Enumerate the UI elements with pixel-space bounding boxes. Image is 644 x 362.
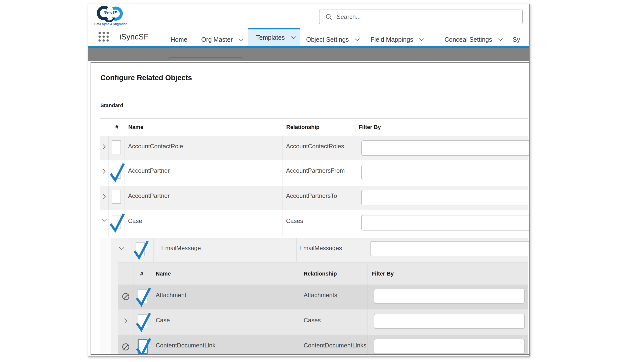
filter-by-input[interactable] bbox=[374, 289, 525, 304]
checkmark-icon bbox=[108, 212, 126, 233]
checkmark-icon bbox=[134, 311, 152, 332]
chevron-down-icon bbox=[354, 38, 360, 41]
chevron-down-icon bbox=[498, 38, 503, 41]
chevron-down-icon bbox=[291, 36, 296, 39]
relationship-name: AccountPartnersFrom bbox=[283, 161, 355, 185]
relationship-name: ContentDocumentLinks bbox=[301, 335, 368, 355]
collapse-chevron-down-icon[interactable] bbox=[100, 211, 109, 237]
app-window: iSyncSF Data Sync & Migration iSyncSF bbox=[88, 4, 530, 356]
relationship-name: AccountContactRoles bbox=[283, 136, 355, 160]
column-header-filter: Filter By bbox=[368, 263, 528, 285]
object-name: AccountContactRole bbox=[125, 136, 283, 160]
cloud-sync-logo-icon: iSyncSF bbox=[94, 6, 126, 22]
nav-item-org-master[interactable]: Org Master bbox=[201, 34, 244, 45]
column-header-relationship: Relationship bbox=[301, 263, 368, 285]
filter-by-input[interactable] bbox=[361, 165, 529, 180]
nested-table-row: Case Cases bbox=[118, 310, 528, 335]
configure-related-objects-modal: Configure Related Objects Standard # Nam… bbox=[91, 62, 529, 355]
column-header-name: Name bbox=[125, 119, 283, 136]
nested-table-row: ContentDocumentLink ContentDocumentLinks bbox=[118, 335, 528, 355]
global-search bbox=[319, 10, 523, 24]
object-name: Case bbox=[150, 310, 301, 335]
related-objects-table: # Name Relationship Filter By AccountCon… bbox=[100, 118, 528, 354]
relationship-name: AccountPartnersTo bbox=[283, 186, 355, 210]
column-header-num: # bbox=[134, 263, 150, 285]
modal-title: Configure Related Objects bbox=[100, 74, 192, 82]
nav-accent-underline bbox=[88, 46, 529, 48]
nav-item-object-settings[interactable]: Object Settings bbox=[306, 34, 360, 45]
table-left-column-strip bbox=[100, 238, 112, 354]
relationship-name: Cases bbox=[283, 211, 355, 237]
relationship-name: Cases bbox=[301, 310, 368, 335]
hidden-combobox-top bbox=[168, 57, 243, 62]
nav-item-sync-truncated[interactable]: Sy bbox=[513, 34, 520, 45]
table-row: AccountPartner AccountPartnersFrom bbox=[100, 161, 528, 185]
table-header-row: # Name Relationship Filter By bbox=[100, 118, 528, 136]
nested-table-header-row: # Name Relationship Filter By bbox=[118, 263, 528, 285]
row-checkbox[interactable] bbox=[112, 190, 121, 204]
table-row: AccountContactRole AccountContactRoles bbox=[100, 136, 528, 160]
nested-indent-strip bbox=[112, 262, 118, 354]
search-icon bbox=[326, 14, 332, 20]
object-name: AccountPartner bbox=[125, 186, 283, 210]
column-header-filter: Filter By bbox=[355, 119, 528, 136]
object-name: ContentDocumentLink bbox=[150, 335, 301, 355]
object-name: Case bbox=[125, 211, 283, 237]
filter-by-input[interactable] bbox=[361, 190, 529, 205]
app-title: iSyncSF bbox=[119, 32, 148, 41]
nested-table-row: Attachment Attachments bbox=[118, 285, 528, 309]
nav-tab-templates-selected[interactable]: Templates bbox=[248, 28, 300, 46]
expand-chevron-right-icon[interactable] bbox=[100, 186, 109, 210]
collapse-chevron-down-icon[interactable] bbox=[112, 238, 132, 262]
row-checkbox[interactable] bbox=[138, 314, 147, 328]
checkmark-icon bbox=[108, 162, 126, 182]
search-input[interactable] bbox=[336, 13, 522, 21]
page: iSyncSF Data Sync & Migration iSyncSF bbox=[0, 0, 644, 362]
checkmark-icon bbox=[132, 239, 150, 260]
relationship-name: Attachments bbox=[301, 285, 368, 309]
column-header-relationship: Relationship bbox=[283, 119, 355, 136]
chevron-down-icon bbox=[419, 38, 424, 41]
app-launcher-icon[interactable] bbox=[98, 31, 110, 43]
row-checkbox[interactable] bbox=[136, 242, 145, 256]
filter-by-input[interactable] bbox=[374, 314, 525, 329]
filter-by-input[interactable] bbox=[361, 140, 529, 156]
no-expand-icon bbox=[118, 335, 134, 355]
table-row: AccountPartner AccountPartnersTo bbox=[100, 186, 528, 210]
checkmark-icon bbox=[135, 337, 152, 355]
filter-by-input[interactable] bbox=[370, 241, 529, 256]
svg-text:iSyncSF: iSyncSF bbox=[104, 11, 117, 14]
relationship-name: EmailMessages bbox=[297, 238, 363, 262]
toolbar-strip bbox=[88, 48, 529, 61]
app-logo: iSyncSF Data Sync & Migration bbox=[94, 6, 126, 27]
expand-chevron-right-icon[interactable] bbox=[100, 161, 109, 185]
row-checkbox[interactable] bbox=[138, 339, 148, 354]
divider bbox=[91, 93, 529, 93]
expand-chevron-right-icon[interactable] bbox=[118, 310, 134, 335]
nav-item-conceal-settings[interactable]: Conceal Settings bbox=[445, 34, 503, 45]
no-expand-icon bbox=[118, 285, 134, 309]
section-label: Standard bbox=[100, 102, 123, 108]
expand-chevron-right-icon[interactable] bbox=[100, 136, 109, 160]
column-header-num: # bbox=[109, 119, 125, 136]
row-checkbox[interactable] bbox=[112, 215, 121, 229]
object-name: AccountPartner bbox=[125, 161, 283, 185]
object-name: Attachment bbox=[150, 285, 301, 309]
row-checkbox[interactable] bbox=[138, 289, 147, 303]
table-row: Case Cases bbox=[100, 211, 528, 237]
row-checkbox[interactable] bbox=[112, 165, 121, 179]
nav-item-home[interactable]: Home bbox=[171, 34, 187, 45]
filter-by-input[interactable] bbox=[361, 215, 529, 231]
chevron-down-icon bbox=[238, 38, 244, 41]
nested-child-table: # Name Relationship Filter By Attach bbox=[118, 262, 528, 355]
row-checkbox[interactable] bbox=[112, 140, 121, 154]
logo-subtitle: Data Sync & Migration bbox=[94, 22, 126, 26]
column-header-name: Name bbox=[150, 263, 301, 285]
nav-item-field-mappings[interactable]: Field Mappings bbox=[371, 34, 424, 45]
filter-by-input[interactable] bbox=[374, 339, 525, 354]
object-name: EmailMessage bbox=[154, 238, 297, 262]
checkmark-icon bbox=[134, 286, 152, 307]
nested-parent-row: EmailMessage EmailMessages bbox=[112, 238, 528, 262]
